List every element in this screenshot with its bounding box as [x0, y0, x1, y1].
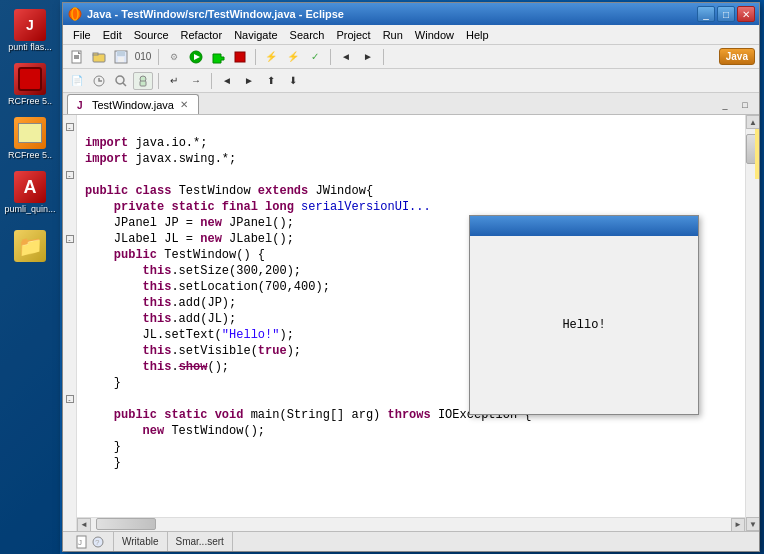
back-button[interactable]: ◄	[217, 72, 237, 90]
svg-rect-8	[117, 51, 125, 56]
search2-button[interactable]	[111, 72, 131, 90]
taskbar-left: J punti flas... RCFree 5.. RCFree 5.. A …	[0, 0, 60, 554]
line-indicator	[755, 129, 759, 179]
menu-source[interactable]: Source	[128, 27, 175, 43]
run-button[interactable]	[186, 48, 206, 66]
maximize-button[interactable]: □	[717, 6, 735, 22]
separator-3	[330, 49, 331, 65]
new2-button[interactable]: 📄	[67, 72, 87, 90]
scroll-right-button[interactable]: ►	[731, 518, 745, 532]
menu-bar: File Edit Source Refactor Navigate Searc…	[63, 25, 759, 45]
svg-text:J: J	[78, 538, 82, 547]
menu-file[interactable]: File	[67, 27, 97, 43]
save-all-button[interactable]: 010	[133, 48, 153, 66]
scroll-h-track	[91, 518, 731, 532]
next-edit-button[interactable]: ►	[358, 48, 378, 66]
menu-window[interactable]: Window	[409, 27, 460, 43]
indent2-button[interactable]: →	[186, 72, 206, 90]
eclipse-icon	[67, 6, 83, 22]
eclipse-window: Java - TestWindow/src/TestWindow.java - …	[62, 2, 760, 552]
menu-refactor[interactable]: Refactor	[175, 27, 229, 43]
menu-run[interactable]: Run	[377, 27, 409, 43]
title-bar: Java - TestWindow/src/TestWindow.java - …	[63, 3, 759, 25]
java-badge: Java	[719, 48, 755, 65]
menu-project[interactable]: Project	[330, 27, 376, 43]
profile2-button[interactable]: ⚡	[283, 48, 303, 66]
open-button[interactable]	[89, 48, 109, 66]
svg-point-15	[116, 76, 124, 84]
new-button[interactable]	[67, 48, 87, 66]
separator-5	[158, 73, 159, 89]
svg-rect-18	[140, 81, 146, 86]
hello-window: Hello!	[469, 215, 699, 415]
svg-line-16	[123, 83, 126, 86]
maximize-editor-button[interactable]: □	[735, 96, 755, 114]
separator-6	[211, 73, 212, 89]
scroll-h-thumb[interactable]	[96, 518, 156, 530]
svg-rect-6	[93, 53, 98, 55]
toolbar-1: 010 ⚙ ⚡ ⚡ ✓ ◄ ► Java	[63, 45, 759, 69]
separator-2	[255, 49, 256, 65]
collapse-1[interactable]: -	[66, 123, 74, 131]
tab-bar: J TestWindow.java ✕ _ □	[63, 93, 759, 115]
scroll-up-button[interactable]: ▲	[746, 115, 759, 129]
menu-search[interactable]: Search	[284, 27, 331, 43]
desktop-icon-2[interactable]: RCFree 5..	[4, 59, 56, 111]
run-arrow-button[interactable]	[208, 48, 228, 66]
menu-help[interactable]: Help	[460, 27, 495, 43]
editor-area: - - -	[63, 115, 759, 531]
collapse-3[interactable]: -	[66, 235, 74, 243]
horizontal-scrollbar[interactable]: ◄ ►	[77, 517, 745, 531]
close-button[interactable]: ✕	[737, 6, 755, 22]
coverage-button[interactable]: ✓	[305, 48, 325, 66]
scroll-left-button[interactable]: ◄	[77, 518, 91, 532]
stop-button[interactable]	[230, 48, 250, 66]
desktop-icon-5[interactable]: 📁	[4, 221, 56, 273]
vertical-scrollbar[interactable]: ▲ ▼	[745, 115, 759, 531]
desktop-icon-1[interactable]: J punti flas...	[4, 5, 56, 57]
hello-title-bar	[470, 216, 698, 236]
debug2-button[interactable]	[133, 72, 153, 90]
indent-button[interactable]: ↵	[164, 72, 184, 90]
status-icon-area: J ?	[67, 532, 114, 551]
svg-point-0	[69, 8, 81, 20]
minimize-button[interactable]: _	[697, 6, 715, 22]
window-title: Java - TestWindow/src/TestWindow.java - …	[87, 8, 697, 20]
scroll-down-button[interactable]: ▼	[746, 517, 759, 531]
title-buttons: _ □ ✕	[697, 6, 755, 22]
collapse-4[interactable]: -	[66, 395, 74, 403]
desktop-icon-4[interactable]: A pumli_quin...	[4, 167, 56, 219]
debug-button[interactable]: ⚙	[164, 48, 184, 66]
status-bar: J ? Writable Smar...sert	[63, 531, 759, 551]
toolbar-2: 📄 ↵ → ◄ ► ⬆ ⬇	[63, 69, 759, 93]
prev-edit-button[interactable]: ◄	[336, 48, 356, 66]
menu-navigate[interactable]: Navigate	[228, 27, 283, 43]
status-smart: Smar...sert	[168, 532, 233, 551]
save-button[interactable]	[111, 48, 131, 66]
hello-content: Hello!	[470, 236, 698, 414]
profile-button[interactable]: ⚡	[261, 48, 281, 66]
history-button[interactable]	[89, 72, 109, 90]
svg-text:J: J	[77, 100, 83, 111]
desktop-icon-3[interactable]: RCFree 5..	[4, 113, 56, 165]
tab-testwindow[interactable]: J TestWindow.java ✕	[67, 94, 199, 114]
tab-label: TestWindow.java	[92, 99, 174, 111]
svg-marker-12	[213, 54, 224, 63]
desktop: J punti flas... RCFree 5.. RCFree 5.. A …	[0, 0, 764, 554]
svg-text:?: ?	[95, 538, 100, 547]
svg-rect-9	[118, 57, 124, 62]
svg-rect-13	[235, 52, 245, 62]
collapse-2[interactable]: -	[66, 171, 74, 179]
prev-ann-button[interactable]: ⬆	[261, 72, 281, 90]
next-ann-button[interactable]: ⬇	[283, 72, 303, 90]
scroll-v-track	[746, 129, 759, 517]
separator-1	[158, 49, 159, 65]
status-writable: Writable	[114, 532, 168, 551]
line-gutter: - - -	[63, 115, 77, 531]
separator-4	[383, 49, 384, 65]
forward-button[interactable]: ►	[239, 72, 259, 90]
minimize-editor-button[interactable]: _	[715, 96, 735, 114]
hello-text: Hello!	[562, 318, 605, 332]
menu-edit[interactable]: Edit	[97, 27, 128, 43]
tab-close-button[interactable]: ✕	[178, 99, 190, 110]
